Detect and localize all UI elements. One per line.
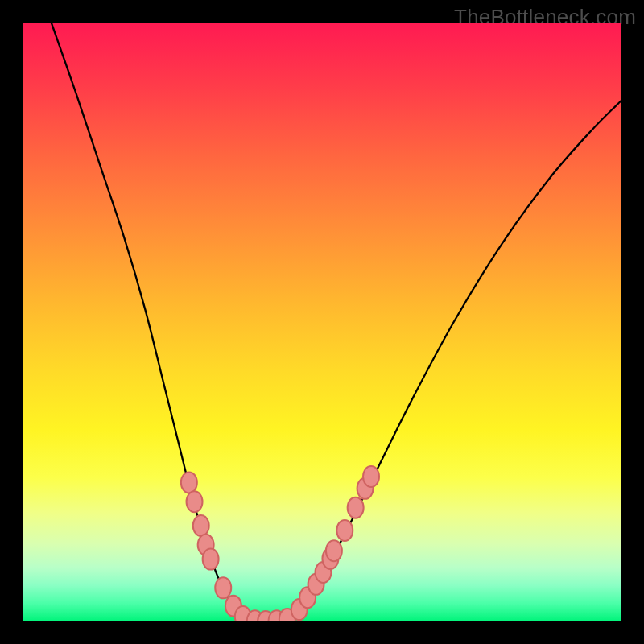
curve-marker xyxy=(193,515,209,536)
curve-markers xyxy=(181,466,379,621)
curve-svg xyxy=(23,23,621,621)
curve-marker xyxy=(363,466,379,487)
curve-marker xyxy=(181,472,197,493)
curve-marker xyxy=(336,520,353,541)
curve-marker xyxy=(348,497,364,518)
plot-area xyxy=(23,23,621,621)
curve-marker xyxy=(326,540,342,561)
chart-frame: TheBottleneck.com xyxy=(0,0,644,644)
curve-marker xyxy=(203,549,219,570)
curve-marker xyxy=(187,491,203,512)
curve-marker xyxy=(215,577,231,598)
